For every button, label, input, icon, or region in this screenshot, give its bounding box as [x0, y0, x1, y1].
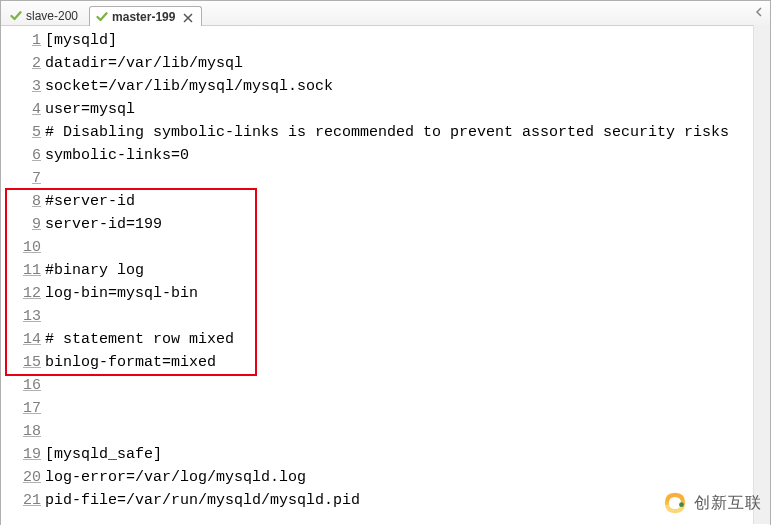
code-line[interactable]: 18: [1, 420, 770, 443]
line-number: 10: [1, 236, 45, 259]
line-text: # statement row mixed: [45, 328, 234, 351]
tab-master-199[interactable]: master-199: [89, 6, 202, 26]
line-number: 1: [1, 29, 45, 52]
code-line[interactable]: 7: [1, 167, 770, 190]
line-text: [mysqld_safe]: [45, 443, 162, 466]
code-line[interactable]: 3socket=/var/lib/mysql/mysql.sock: [1, 75, 770, 98]
line-number: 14: [1, 328, 45, 351]
line-text: [mysqld]: [45, 29, 117, 52]
line-text: symbolic-links=0: [45, 144, 189, 167]
tab-label: master-199: [112, 10, 175, 24]
line-number: 20: [1, 466, 45, 489]
line-number: 18: [1, 420, 45, 443]
watermark-logo-icon: [662, 490, 688, 516]
code-line[interactable]: 16: [1, 374, 770, 397]
line-text: log-bin=mysql-bin: [45, 282, 198, 305]
code-line[interactable]: 21pid-file=/var/run/mysqld/mysqld.pid: [1, 489, 770, 512]
editor-window: slave-200 master-199 1[mysqld]2datadir=/…: [0, 0, 771, 525]
line-number: 16: [1, 374, 45, 397]
code-line[interactable]: 20log-error=/var/log/mysqld.log: [1, 466, 770, 489]
line-text: user=mysql: [45, 98, 135, 121]
line-text: # Disabling symbolic-links is recommende…: [45, 121, 729, 144]
line-number: 2: [1, 52, 45, 75]
watermark: 创新互联: [662, 490, 762, 516]
code-line[interactable]: 6symbolic-links=0: [1, 144, 770, 167]
code-line[interactable]: 2datadir=/var/lib/mysql: [1, 52, 770, 75]
line-number: 6: [1, 144, 45, 167]
line-number: 5: [1, 121, 45, 144]
code-line[interactable]: 17: [1, 397, 770, 420]
code-line[interactable]: 19[mysqld_safe]: [1, 443, 770, 466]
line-number: 11: [1, 259, 45, 282]
code-line[interactable]: 15binlog-format=mixed: [1, 351, 770, 374]
tab-slave-200[interactable]: slave-200: [3, 5, 87, 25]
line-text: binlog-format=mixed: [45, 351, 216, 374]
tab-overflow-left-icon[interactable]: [752, 5, 766, 19]
code-line[interactable]: 1[mysqld]: [1, 29, 770, 52]
line-number: 8: [1, 190, 45, 213]
code-line[interactable]: 12log-bin=mysql-bin: [1, 282, 770, 305]
line-number: 7: [1, 167, 45, 190]
line-text: log-error=/var/log/mysqld.log: [45, 466, 306, 489]
code-line[interactable]: 8#server-id: [1, 190, 770, 213]
code-line[interactable]: 14# statement row mixed: [1, 328, 770, 351]
line-number: 12: [1, 282, 45, 305]
svg-point-0: [679, 502, 684, 507]
code-editor[interactable]: 1[mysqld]2datadir=/var/lib/mysql3socket=…: [1, 26, 770, 525]
code-line[interactable]: 10: [1, 236, 770, 259]
code-line[interactable]: 4user=mysql: [1, 98, 770, 121]
tab-bar: slave-200 master-199: [1, 1, 770, 26]
watermark-text: 创新互联: [694, 493, 762, 514]
line-text: datadir=/var/lib/mysql: [45, 52, 243, 75]
line-number: 13: [1, 305, 45, 328]
line-number: 4: [1, 98, 45, 121]
line-text: pid-file=/var/run/mysqld/mysqld.pid: [45, 489, 360, 512]
line-number: 17: [1, 397, 45, 420]
line-number: 9: [1, 213, 45, 236]
close-icon[interactable]: [183, 12, 193, 22]
line-number: 15: [1, 351, 45, 374]
dirty-check-icon: [10, 10, 22, 22]
line-text: socket=/var/lib/mysql/mysql.sock: [45, 75, 333, 98]
line-text: #binary log: [45, 259, 144, 282]
line-text: #server-id: [45, 190, 135, 213]
dirty-check-icon: [96, 11, 108, 23]
code-line[interactable]: 5# Disabling symbolic-links is recommend…: [1, 121, 770, 144]
line-text: server-id=199: [45, 213, 162, 236]
line-number: 21: [1, 489, 45, 512]
code-line[interactable]: 9server-id=199: [1, 213, 770, 236]
line-number: 19: [1, 443, 45, 466]
code-line[interactable]: 13: [1, 305, 770, 328]
vertical-scrollbar[interactable]: [753, 25, 770, 524]
tab-label: slave-200: [26, 9, 78, 23]
line-number: 3: [1, 75, 45, 98]
code-line[interactable]: 11#binary log: [1, 259, 770, 282]
